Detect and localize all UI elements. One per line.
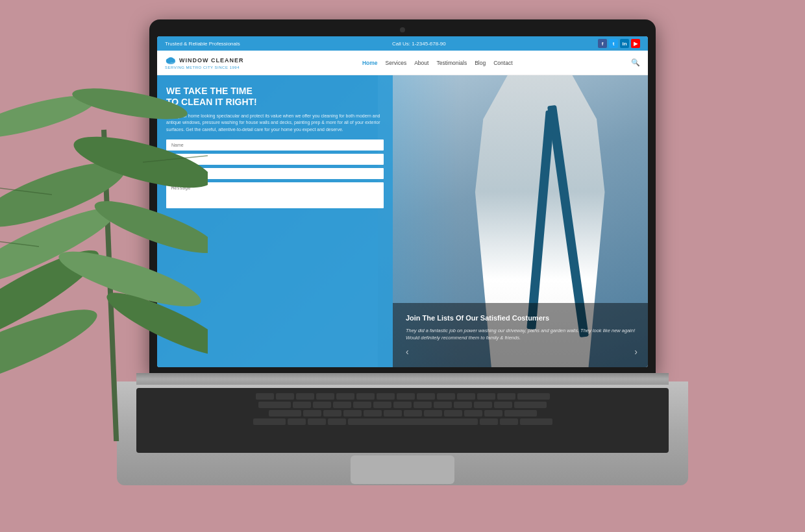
key	[353, 402, 371, 408]
key	[424, 410, 442, 417]
key	[504, 410, 537, 417]
key	[323, 410, 341, 417]
website: Trusted & Reliable Professionals Call Us…	[157, 36, 648, 367]
key	[256, 393, 274, 400]
spacebar-key	[348, 418, 478, 425]
testimonial-nav: ‹ ›	[406, 346, 638, 357]
screen-bezel: Trusted & Reliable Professionals Call Us…	[149, 19, 656, 373]
key	[464, 410, 482, 417]
keyboard-rows	[136, 388, 669, 432]
key	[377, 393, 395, 400]
key	[520, 418, 552, 425]
key	[316, 393, 334, 400]
testimonial-title: Join The Lists Of Our Satisfied Costumer…	[406, 313, 638, 322]
nav-services[interactable]: Services	[386, 60, 407, 66]
key	[293, 402, 311, 408]
key	[336, 393, 354, 400]
testimonial-overlay: Join The Lists Of Our Satisfied Costumer…	[393, 303, 648, 367]
key	[373, 402, 391, 408]
key	[343, 410, 362, 417]
key	[276, 393, 294, 400]
testimonial-text: They did a fantastic job on power washin…	[406, 327, 638, 342]
key	[500, 418, 518, 425]
key	[393, 402, 412, 408]
laptop: Trusted & Reliable Professionals Call Us…	[136, 19, 669, 513]
twitter-icon[interactable]: t	[609, 39, 618, 48]
key	[269, 410, 301, 417]
testimonial-next[interactable]: ›	[634, 346, 638, 357]
key	[333, 402, 351, 408]
nav-contact[interactable]: Contact	[493, 60, 512, 66]
nav-about[interactable]: About	[414, 60, 428, 66]
key	[454, 402, 472, 408]
key	[494, 402, 512, 408]
key	[517, 393, 550, 400]
key	[497, 393, 515, 400]
nav-home[interactable]: Home	[362, 60, 378, 66]
key	[253, 418, 286, 425]
key	[414, 402, 432, 408]
key	[474, 402, 492, 408]
key	[313, 402, 331, 408]
laptop-keyboard	[136, 388, 669, 453]
search-icon[interactable]: 🔍	[631, 58, 640, 67]
key	[288, 418, 306, 425]
screen: Trusted & Reliable Professionals Call Us…	[157, 36, 648, 367]
linkedin-icon[interactable]: in	[620, 39, 629, 48]
key	[356, 393, 375, 400]
key	[480, 418, 498, 425]
key	[364, 410, 382, 417]
nav-testimonials[interactable]: Testimonials	[436, 60, 467, 66]
camera	[400, 27, 405, 32]
svg-point-10	[70, 82, 190, 126]
nav-links: Home Services About Testimonials Blog Co…	[362, 60, 513, 66]
plant-decoration	[0, 0, 208, 441]
key	[514, 402, 547, 408]
key	[437, 393, 455, 400]
top-bar: Trusted & Reliable Professionals Call Us…	[157, 36, 648, 51]
call-text: Call Us: 1-2345-678-90	[392, 41, 446, 47]
youtube-icon[interactable]: ▶	[631, 39, 640, 48]
key	[296, 393, 314, 400]
key	[384, 410, 402, 417]
key	[303, 410, 321, 417]
key	[328, 418, 346, 425]
key	[417, 393, 435, 400]
key	[308, 418, 326, 425]
nav-blog[interactable]: Blog	[475, 60, 486, 66]
key	[397, 393, 415, 400]
key	[477, 393, 495, 400]
key	[457, 393, 475, 400]
laptop-hinge	[136, 373, 669, 385]
trackpad[interactable]	[351, 455, 454, 484]
facebook-icon[interactable]: f	[598, 39, 607, 48]
social-icons: f t in ▶	[598, 39, 640, 48]
key	[484, 410, 502, 417]
navigation: WINDOW CLEANER SERVING METRO CITY SINCE …	[157, 51, 648, 75]
key	[434, 402, 452, 408]
hero-section: WE TAKE THE TIME TO CLEAN IT RIGHT! Keep…	[157, 75, 648, 367]
key	[258, 402, 291, 408]
testimonial-prev[interactable]: ‹	[406, 346, 409, 357]
key	[444, 410, 462, 417]
key	[404, 410, 422, 417]
